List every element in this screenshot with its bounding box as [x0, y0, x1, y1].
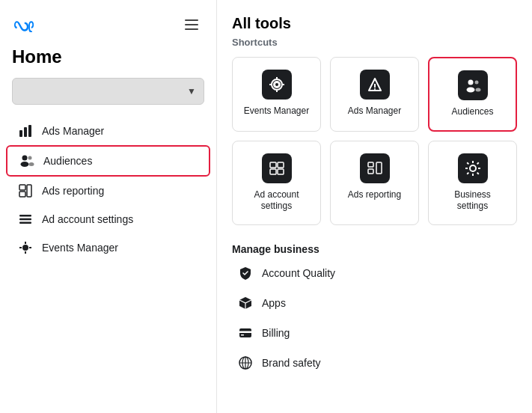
svg-rect-2	[28, 125, 31, 137]
shortcut-card-ads-manager[interactable]: Ads Manager	[330, 57, 419, 132]
manage-item-account-quality[interactable]: Account Quality	[232, 258, 517, 288]
svg-rect-7	[19, 185, 25, 190]
shortcut-label-ads-manager: Ads Manager	[348, 105, 401, 117]
svg-point-30	[475, 88, 480, 92]
shortcut-card-ads-reporting[interactable]: Ads reporting	[330, 141, 419, 225]
svg-rect-35	[368, 162, 373, 167]
svg-point-28	[466, 88, 474, 93]
events-icon	[18, 240, 33, 255]
sidebar-item-ads-reporting[interactable]: Ads reporting	[6, 177, 210, 205]
svg-point-26	[374, 88, 376, 90]
svg-point-38	[470, 165, 476, 171]
manage-item-apps[interactable]: Apps	[232, 288, 517, 318]
ads-reporting-card-icon	[360, 153, 390, 183]
sidebar-item-label: Ad account settings	[42, 213, 133, 225]
page-title: Home	[0, 46, 216, 78]
svg-point-3	[22, 156, 28, 161]
shortcuts-label: Shortcuts	[232, 37, 517, 48]
sidebar-item-label: Events Manager	[42, 242, 118, 254]
svg-rect-41	[241, 334, 244, 336]
billing-icon	[238, 325, 253, 340]
svg-rect-33	[270, 169, 276, 174]
box-icon	[238, 296, 253, 310]
svg-rect-31	[270, 162, 276, 168]
brand-safety-icon	[238, 355, 253, 370]
svg-rect-40	[239, 331, 251, 333]
sidebar-item-ads-manager[interactable]: Ads Manager	[6, 117, 210, 145]
hamburger-button[interactable]	[179, 12, 204, 37]
svg-rect-0	[19, 130, 22, 137]
panel-title: All tools	[232, 15, 517, 32]
chart-icon	[18, 123, 33, 138]
sidebar-item-audiences[interactable]: Audiences	[6, 145, 210, 177]
svg-rect-8	[19, 192, 25, 197]
svg-point-6	[29, 162, 34, 166]
hamburger-line-1	[185, 19, 198, 21]
events-card-icon	[262, 70, 292, 100]
business-settings-card-icon	[458, 153, 488, 183]
sidebar-nav: Ads Manager Audiences	[0, 117, 216, 262]
main-panel: All tools Shortcuts Events Manager	[217, 0, 532, 413]
manage-item-label: Apps	[262, 297, 286, 309]
svg-point-20	[275, 83, 278, 86]
sidebar-item-ad-account-settings[interactable]: Ad account settings	[6, 205, 210, 233]
sidebar-item-label: Ads reporting	[42, 185, 104, 197]
audiences-card-icon	[458, 70, 488, 100]
svg-point-13	[22, 245, 28, 251]
hamburger-line-2	[185, 24, 198, 25]
manage-item-label: Brand safety	[262, 357, 321, 369]
shield-icon	[238, 266, 253, 281]
shortcuts-grid: Events Manager Ads Manager	[232, 57, 517, 225]
svg-rect-10	[19, 215, 31, 217]
manage-item-label: Account Quality	[262, 267, 335, 279]
svg-rect-37	[376, 162, 382, 174]
manage-item-billing[interactable]: Billing	[232, 318, 517, 348]
sidebar-header	[0, 12, 216, 46]
svg-point-27	[468, 80, 473, 85]
meta-logo-svg	[12, 17, 39, 32]
chevron-down-icon: ▼	[187, 86, 196, 97]
svg-point-4	[21, 162, 29, 167]
svg-rect-32	[278, 162, 284, 168]
svg-rect-11	[19, 218, 31, 221]
shortcut-card-business-settings[interactable]: Business settings	[428, 141, 517, 225]
svg-rect-12	[19, 222, 31, 224]
sidebar-item-events-manager[interactable]: Events Manager	[6, 233, 210, 262]
shortcut-card-events-manager[interactable]: Events Manager	[232, 57, 321, 132]
account-selector[interactable]: ▼	[12, 78, 204, 105]
audiences-icon	[19, 153, 34, 168]
hamburger-line-3	[185, 28, 198, 30]
sidebar: Home ▼ Ads Manager	[0, 0, 217, 413]
svg-rect-34	[278, 169, 284, 174]
shortcut-label-audiences: Audiences	[451, 106, 493, 118]
ad-account-card-icon	[262, 153, 292, 183]
svg-rect-36	[368, 169, 373, 174]
svg-point-29	[474, 81, 478, 85]
meta-logo	[12, 17, 39, 32]
manage-item-label: Billing	[262, 327, 290, 339]
reporting-icon	[18, 183, 33, 198]
manage-item-brand-safety[interactable]: Brand safety	[232, 348, 517, 378]
shortcut-card-ad-account-settings[interactable]: Ad account settings	[232, 141, 321, 225]
sidebar-item-label: Audiences	[43, 155, 92, 167]
sidebar-item-label: Ads Manager	[42, 125, 104, 137]
manage-business-section: Manage business Account Quality Apps	[232, 243, 517, 378]
svg-point-5	[28, 156, 32, 160]
shortcut-label-ad-account-settings: Ad account settings	[242, 189, 311, 212]
svg-rect-1	[24, 127, 27, 137]
ads-manager-card-icon	[360, 70, 390, 100]
settings-icon	[18, 212, 33, 227]
shortcut-card-audiences[interactable]: Audiences	[428, 57, 517, 132]
svg-rect-9	[27, 185, 31, 197]
shortcut-label-ads-reporting: Ads reporting	[348, 189, 401, 201]
shortcut-label-events-manager: Events Manager	[244, 105, 309, 117]
shortcut-label-business-settings: Business settings	[438, 189, 507, 212]
manage-business-title: Manage business	[232, 243, 517, 255]
